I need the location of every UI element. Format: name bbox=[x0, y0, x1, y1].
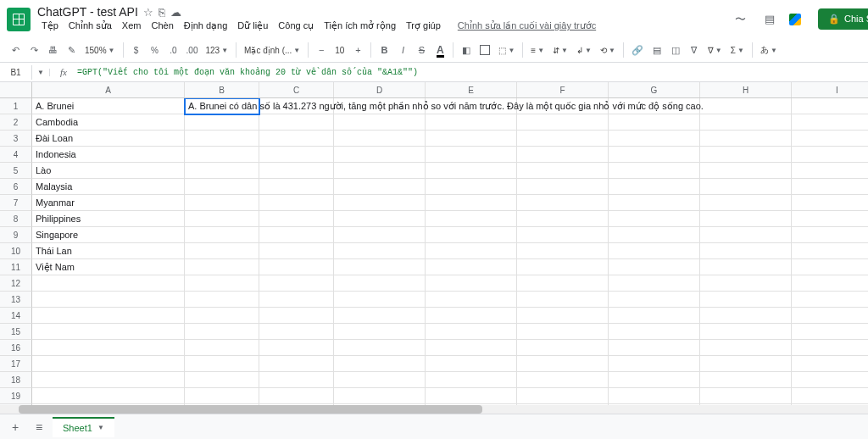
cell[interactable] bbox=[185, 308, 259, 324]
cell[interactable] bbox=[700, 131, 792, 147]
row-header[interactable]: 8 bbox=[0, 211, 32, 227]
row-header[interactable]: 4 bbox=[0, 147, 32, 163]
cell[interactable] bbox=[426, 131, 517, 147]
paint-format-button[interactable]: ✎ bbox=[63, 41, 80, 59]
cell[interactable] bbox=[259, 211, 334, 227]
cell[interactable] bbox=[517, 388, 609, 404]
cell[interactable] bbox=[185, 340, 259, 356]
column-header[interactable]: D bbox=[334, 82, 426, 97]
cell[interactable] bbox=[32, 388, 185, 404]
menu-công cụ[interactable]: Công cụ bbox=[274, 19, 318, 33]
cell[interactable] bbox=[426, 275, 517, 292]
link-button[interactable]: 🔗 bbox=[628, 41, 647, 59]
font-size-down[interactable]: − bbox=[313, 41, 330, 59]
row-header[interactable]: 13 bbox=[0, 292, 32, 308]
cell[interactable]: A. Brunei có dân số là 431.273 người, tă… bbox=[185, 98, 259, 114]
cell[interactable] bbox=[517, 147, 609, 163]
cell[interactable] bbox=[792, 131, 868, 147]
cell[interactable] bbox=[334, 131, 426, 147]
cell[interactable] bbox=[609, 114, 700, 131]
cell[interactable] bbox=[259, 259, 334, 275]
column-header[interactable]: G bbox=[609, 82, 700, 97]
cell[interactable] bbox=[609, 292, 700, 308]
cell[interactable] bbox=[517, 356, 609, 372]
cell[interactable] bbox=[426, 308, 517, 324]
cell[interactable] bbox=[792, 388, 868, 404]
cell[interactable]: Philippines bbox=[32, 211, 185, 227]
row-header[interactable]: 19 bbox=[0, 388, 32, 404]
cell[interactable] bbox=[185, 243, 259, 259]
cell[interactable] bbox=[517, 308, 609, 324]
cell[interactable] bbox=[700, 275, 792, 292]
cell[interactable] bbox=[792, 179, 868, 195]
cell[interactable] bbox=[185, 195, 259, 211]
cell[interactable] bbox=[334, 340, 426, 356]
cell[interactable] bbox=[792, 275, 868, 292]
cell[interactable] bbox=[700, 356, 792, 372]
more-formats[interactable]: 123▼ bbox=[203, 44, 232, 57]
comment-button[interactable]: ▤ bbox=[648, 41, 665, 59]
cell[interactable] bbox=[700, 98, 792, 114]
cell[interactable] bbox=[517, 163, 609, 179]
cell[interactable]: Đài Loan bbox=[32, 131, 185, 147]
column-header[interactable]: F bbox=[517, 82, 609, 97]
add-sheet-button[interactable]: + bbox=[5, 417, 25, 437]
cell[interactable] bbox=[609, 259, 700, 275]
menu-định dạng[interactable]: Định dạng bbox=[180, 19, 232, 33]
increase-decimal[interactable]: .00 bbox=[184, 41, 201, 59]
column-header[interactable]: B bbox=[185, 82, 259, 97]
row-header[interactable]: 9 bbox=[0, 227, 32, 243]
cell[interactable] bbox=[426, 195, 517, 211]
row-header[interactable]: 7 bbox=[0, 195, 32, 211]
strike-button[interactable]: S bbox=[413, 41, 430, 59]
cell[interactable] bbox=[700, 324, 792, 340]
cell[interactable] bbox=[334, 179, 426, 195]
cell[interactable] bbox=[609, 372, 700, 388]
cell[interactable] bbox=[792, 114, 868, 131]
menu-xem[interactable]: Xem bbox=[118, 19, 146, 33]
filter-views-button[interactable]: ∇▼ bbox=[704, 44, 726, 57]
cell[interactable] bbox=[517, 340, 609, 356]
cell[interactable] bbox=[185, 211, 259, 227]
cell[interactable] bbox=[259, 275, 334, 292]
row-header[interactable]: 11 bbox=[0, 259, 32, 275]
history-icon[interactable]: 〜 bbox=[732, 10, 750, 29]
cell[interactable] bbox=[700, 259, 792, 275]
fill-color-button[interactable]: ◧ bbox=[458, 41, 475, 59]
star-icon[interactable]: ☆ bbox=[143, 6, 153, 19]
cell[interactable] bbox=[185, 227, 259, 243]
cell[interactable]: Lào bbox=[32, 163, 185, 179]
cell[interactable] bbox=[700, 114, 792, 131]
select-all-corner[interactable] bbox=[0, 82, 32, 97]
cell[interactable] bbox=[426, 372, 517, 388]
row-header[interactable]: 12 bbox=[0, 275, 32, 292]
cell[interactable] bbox=[334, 372, 426, 388]
cell[interactable] bbox=[700, 308, 792, 324]
cell[interactable]: Myanmar bbox=[32, 195, 185, 211]
menu-chỉnh sửa[interactable]: Chỉnh sửa bbox=[64, 19, 116, 33]
cell[interactable]: Malaysia bbox=[32, 179, 185, 195]
cell[interactable] bbox=[609, 308, 700, 324]
cell[interactable] bbox=[334, 114, 426, 131]
font-size-up[interactable]: + bbox=[349, 41, 366, 59]
decrease-decimal[interactable]: .0 bbox=[165, 41, 182, 59]
cell[interactable] bbox=[259, 324, 334, 340]
cell[interactable] bbox=[609, 324, 700, 340]
cell[interactable] bbox=[792, 324, 868, 340]
cell[interactable] bbox=[609, 275, 700, 292]
cell[interactable] bbox=[609, 195, 700, 211]
row-header[interactable]: 14 bbox=[0, 308, 32, 324]
cell[interactable] bbox=[792, 98, 868, 114]
cell[interactable] bbox=[517, 243, 609, 259]
cell[interactable] bbox=[700, 179, 792, 195]
formula-input[interactable]: =GPT("Viết cho tôi một đoạn văn khoảng 2… bbox=[72, 64, 868, 80]
cell[interactable] bbox=[426, 227, 517, 243]
meet-icon[interactable] bbox=[789, 10, 808, 29]
cell[interactable] bbox=[792, 259, 868, 275]
row-header[interactable]: 3 bbox=[0, 131, 32, 147]
cell[interactable] bbox=[426, 114, 517, 131]
redo-button[interactable]: ↷ bbox=[25, 41, 42, 59]
cell[interactable] bbox=[426, 356, 517, 372]
cell[interactable] bbox=[185, 147, 259, 163]
align-h-button[interactable]: ≡▼ bbox=[527, 44, 548, 57]
